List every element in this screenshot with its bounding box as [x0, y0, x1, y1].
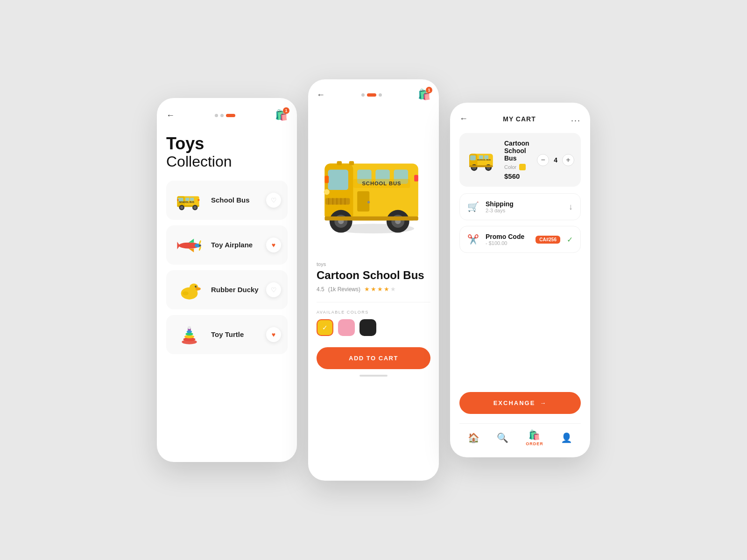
promo-check-icon: ✓: [567, 235, 573, 244]
cart-header: ← MY CART ...: [459, 114, 581, 124]
star-4: ★: [384, 286, 389, 293]
product-list: SCHOOL BUS School Bus ♡: [166, 181, 288, 354]
shipping-action[interactable]: ↓: [569, 202, 573, 212]
svg-rect-66: [470, 155, 476, 161]
star-1: ★: [364, 286, 370, 293]
dot-m3: [379, 93, 382, 97]
qty-decrease-button[interactable]: −: [537, 154, 549, 166]
product-thumb-toy-turtle: [173, 321, 205, 349]
dots-left: [215, 114, 235, 117]
back-button-middle[interactable]: ←: [317, 90, 325, 100]
cart-item-image: SCHOOL BUS: [466, 146, 499, 174]
svg-point-26: [182, 292, 188, 295]
product-item-school-bus[interactable]: SCHOOL BUS School Bus ♡: [166, 181, 288, 220]
svg-point-34: [188, 326, 191, 329]
promo-discount: - $100.00: [486, 240, 529, 246]
dots-middle: [361, 93, 382, 97]
svg-rect-56: [337, 161, 342, 165]
product-item-rubber-ducky[interactable]: Rubber Ducky ♡: [166, 270, 288, 309]
color-label: Color: [504, 164, 516, 170]
product-category: Toys: [317, 261, 430, 267]
bottom-nav: 🏠 🔍 🛍️ ORDER 👤: [459, 423, 581, 446]
product-title-large: Cartoon School Bus: [317, 269, 430, 282]
dot-m1: [361, 93, 365, 97]
heart-btn-toy-turtle[interactable]: ♥: [266, 327, 281, 342]
svg-marker-16: [188, 239, 193, 243]
nav-home[interactable]: 🏠: [468, 432, 479, 443]
dot-3: [226, 114, 235, 117]
cart-badge-left: 1: [283, 107, 289, 114]
color-black[interactable]: [359, 319, 376, 336]
exchange-button[interactable]: EXCHANGE →: [459, 392, 581, 414]
star-3: ★: [377, 286, 383, 293]
svg-rect-52: [414, 175, 418, 182]
svg-rect-38: [328, 170, 348, 190]
search-icon: 🔍: [497, 432, 508, 443]
cart-badge-middle: 1: [426, 87, 432, 93]
shipping-icon: 🛒: [467, 201, 479, 212]
promo-text: Promo Code - $100.00: [486, 233, 529, 246]
product-hero: SCHOOL BUS: [317, 114, 430, 254]
profile-icon: 👤: [561, 432, 572, 443]
screens-container: ← 🛍️ 1 Toys Collection: [157, 79, 590, 481]
svg-point-18: [198, 245, 201, 247]
shipping-text: Shipping 2-3 days: [486, 200, 562, 213]
page-title-light: Collection: [166, 153, 288, 170]
qty-increase-button[interactable]: +: [562, 154, 574, 166]
more-options-button[interactable]: ...: [571, 114, 581, 124]
svg-text:SCHOOL BUS: SCHOOL BUS: [362, 181, 401, 186]
promo-badge[interactable]: CA#256: [536, 236, 560, 244]
color-yellow[interactable]: ✓: [317, 319, 333, 336]
star-2: ★: [371, 286, 376, 293]
shipping-sub: 2-3 days: [486, 208, 562, 213]
product-name-toy-turtle: Toy Turtle: [211, 330, 261, 338]
color-pink[interactable]: [338, 319, 355, 336]
top-bar-middle: ← 🛍️ 1: [317, 89, 430, 101]
svg-point-7: [180, 206, 183, 210]
cart-item-price: $560: [504, 172, 531, 180]
hero-bus-svg: SCHOOL BUS: [317, 128, 430, 240]
svg-marker-15: [177, 242, 180, 249]
add-to-cart-button[interactable]: ADD TO CART: [317, 347, 430, 369]
phone-right: ← MY CART ... SCHOOL BUS: [450, 103, 590, 457]
qty-value: 4: [554, 156, 557, 164]
product-item-toy-airplane[interactable]: Toy Airplane ♥: [166, 225, 288, 265]
star-5: ★: [390, 286, 396, 293]
cart-item-color: Color: [504, 164, 531, 170]
heart-btn-rubber-ducky[interactable]: ♡: [266, 282, 281, 297]
rating-row: 4.5 (1k Reviews) ★ ★ ★ ★ ★: [317, 286, 430, 293]
cart-button-middle[interactable]: 🛍️ 1: [418, 89, 430, 101]
heart-btn-school-bus[interactable]: ♡: [266, 193, 281, 208]
svg-rect-10: [197, 199, 199, 201]
promo-label: Promo Code: [486, 233, 529, 240]
page-title-bold: Toys: [166, 134, 288, 153]
nav-profile[interactable]: 👤: [561, 432, 572, 443]
svg-rect-3: [185, 198, 189, 201]
svg-point-25: [196, 286, 196, 287]
cart-button-left[interactable]: 🛍️ 1: [275, 109, 288, 121]
product-name-rubber-ducky: Rubber Ducky: [211, 286, 261, 294]
promo-icon: ✂️: [467, 234, 479, 245]
svg-rect-11: [177, 199, 178, 201]
svg-rect-50: [324, 176, 329, 183]
nav-order[interactable]: 🛍️ ORDER: [526, 429, 543, 446]
product-item-toy-turtle[interactable]: Toy Turtle ♥: [166, 315, 288, 354]
svg-point-43: [367, 201, 370, 203]
svg-point-51: [324, 189, 330, 195]
back-button-left[interactable]: ←: [166, 111, 175, 120]
svg-point-9: [193, 206, 197, 210]
svg-text:SCHOOL BUS: SCHOOL BUS: [477, 159, 491, 161]
color-dot: [519, 164, 526, 170]
back-button-right[interactable]: ←: [459, 114, 468, 124]
svg-point-23: [195, 287, 200, 291]
nav-search[interactable]: 🔍: [497, 432, 508, 443]
product-thumb-rubber-ducky: [173, 276, 205, 304]
svg-rect-53: [324, 217, 418, 221]
product-name-school-bus: School Bus: [211, 196, 261, 204]
svg-rect-57: [349, 161, 354, 165]
home-icon: 🏠: [468, 432, 479, 443]
dot-2: [220, 114, 224, 117]
heart-btn-toy-airplane[interactable]: ♥: [266, 238, 281, 252]
rating-value: 4.5: [317, 286, 324, 293]
scroll-indicator: [317, 375, 430, 377]
